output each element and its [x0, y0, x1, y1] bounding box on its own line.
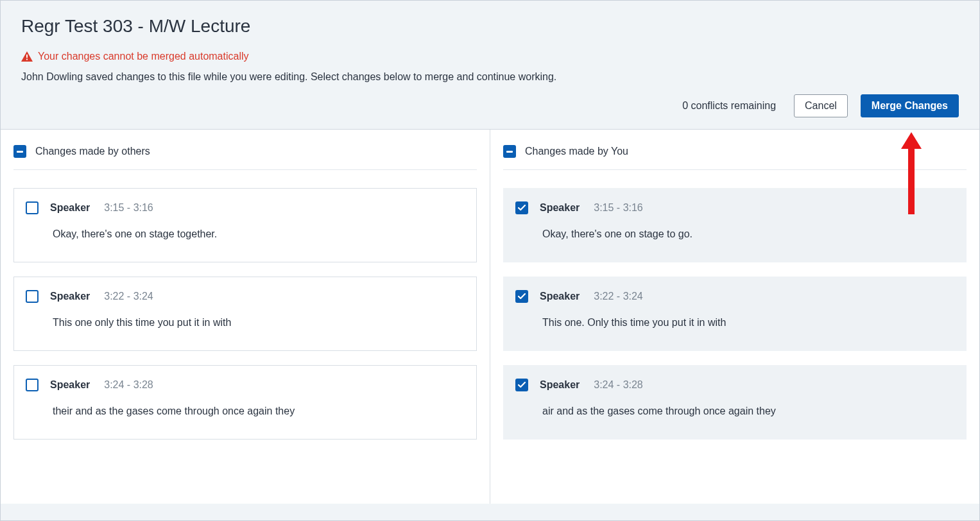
timestamp: 3:24 - 3:28 [594, 379, 643, 391]
change-text: Okay, there's one on stage together. [26, 228, 465, 240]
change-checkbox[interactable] [515, 379, 528, 391]
column-you-header: Changes made by You [503, 145, 967, 170]
change-card: Speaker 3:15 - 3:16 Okay, there's one on… [503, 188, 967, 262]
change-card: Speaker 3:15 - 3:16 Okay, there's one on… [13, 188, 477, 262]
cancel-button[interactable]: Cancel [794, 94, 848, 117]
change-checkbox[interactable] [26, 201, 39, 214]
change-text: air and as the gases come through once a… [515, 406, 954, 417]
change-checkbox[interactable] [515, 290, 528, 303]
column-you: Changes made by You Speaker 3:15 - 3:16 … [490, 130, 979, 504]
warning-text: Your changes cannot be merged automatica… [38, 51, 249, 62]
speaker-label: Speaker [50, 379, 90, 391]
column-others-title: Changes made by others [35, 146, 150, 157]
action-row: 0 conflicts remaining Cancel Merge Chang… [21, 94, 959, 117]
change-card: Speaker 3:22 - 3:24 This one only this t… [13, 277, 477, 351]
change-checkbox[interactable] [26, 290, 39, 303]
timestamp: 3:22 - 3:24 [104, 291, 153, 302]
timestamp: 3:15 - 3:16 [104, 202, 153, 214]
change-text: This one only this time you put it in wi… [26, 317, 465, 329]
change-text: their and as the gases come through once… [26, 406, 465, 417]
svg-rect-1 [26, 59, 28, 60]
speaker-label: Speaker [50, 202, 90, 214]
column-others-header: Changes made by others [13, 145, 477, 170]
warning-triangle-icon [21, 51, 33, 62]
change-checkbox[interactable] [26, 379, 39, 391]
change-text: This one. Only this time you put it in w… [515, 317, 954, 329]
merge-changes-button[interactable]: Merge Changes [861, 94, 959, 117]
change-card: Speaker 3:22 - 3:24 This one. Only this … [503, 277, 967, 351]
change-card: Speaker 3:24 - 3:28 air and as the gases… [503, 365, 967, 440]
timestamp: 3:22 - 3:24 [594, 291, 643, 302]
speaker-label: Speaker [540, 291, 580, 302]
page-title: Regr Test 303 - M/W Lecture [21, 16, 959, 37]
speaker-label: Speaker [50, 291, 90, 302]
speaker-label: Speaker [540, 379, 580, 391]
conflicts-remaining: 0 conflicts remaining [682, 100, 776, 112]
change-checkbox[interactable] [515, 201, 528, 214]
merge-columns: Changes made by others Speaker 3:15 - 3:… [1, 129, 979, 504]
select-all-you-checkbox[interactable] [503, 145, 516, 158]
merge-header: Regr Test 303 - M/W Lecture Your changes… [1, 1, 979, 129]
select-all-others-checkbox[interactable] [13, 145, 26, 158]
change-text: Okay, there's one on stage to go. [515, 228, 954, 240]
svg-rect-0 [26, 55, 28, 58]
info-text: John Dowling saved changes to this file … [21, 71, 959, 83]
speaker-label: Speaker [540, 202, 580, 214]
warning-banner: Your changes cannot be merged automatica… [21, 51, 959, 62]
column-others: Changes made by others Speaker 3:15 - 3:… [1, 130, 490, 504]
timestamp: 3:15 - 3:16 [594, 202, 643, 214]
column-you-title: Changes made by You [525, 146, 628, 157]
timestamp: 3:24 - 3:28 [104, 379, 153, 391]
change-card: Speaker 3:24 - 3:28 their and as the gas… [13, 365, 477, 440]
